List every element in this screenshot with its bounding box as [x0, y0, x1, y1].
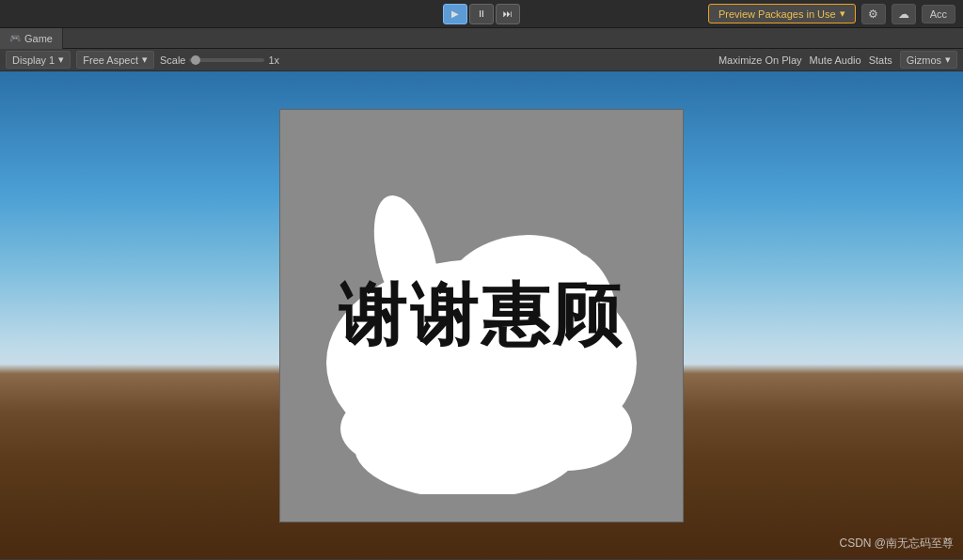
step-icon: ⏭: [503, 8, 513, 19]
aspect-dropdown[interactable]: Free Aspect ▾: [76, 51, 154, 69]
display-label: Display 1: [12, 54, 55, 66]
preview-dropdown-icon: ▾: [840, 8, 845, 20]
account-label: Acc: [930, 8, 947, 20]
game-view: 谢谢惠顾 CSDN @南无忘码至尊: [0, 71, 963, 559]
display-dropdown-icon: ▾: [58, 54, 64, 66]
scale-label: Scale: [160, 54, 186, 66]
game-tab-label: Game: [24, 33, 53, 44]
svg-point-7: [340, 391, 453, 466]
play-button[interactable]: ▶: [443, 4, 467, 24]
mute-audio-button[interactable]: Mute Audio: [810, 54, 861, 66]
canvas-panel: 谢谢惠顾: [279, 109, 684, 522]
gizmos-label: Gizmos: [907, 54, 941, 66]
stats-button[interactable]: Stats: [869, 54, 892, 66]
pause-icon: ⏸: [477, 8, 486, 19]
gear-icon: ⚙: [868, 8, 878, 21]
watermark-text: CSDN @南无忘码至尊: [839, 537, 954, 550]
chinese-text: 谢谢惠顾: [339, 271, 624, 361]
overlay-content: 谢谢惠顾: [303, 137, 660, 494]
play-icon: ▶: [451, 8, 459, 19]
gizmos-dropdown[interactable]: Gizmos ▾: [900, 51, 957, 69]
scale-slider[interactable]: [189, 58, 264, 62]
top-bar: ▶ ⏸ ⏭ Preview Packages in Use ▾ ⚙ ☁ Acc: [0, 0, 963, 28]
cloud-button[interactable]: ☁: [892, 4, 916, 24]
preview-packages-label: Preview Packages in Use: [718, 8, 836, 20]
pause-button[interactable]: ⏸: [469, 4, 494, 24]
scale-control: Scale 1x: [160, 54, 279, 66]
toolbar-right: Maximize On Play Mute Audio Stats Gizmos…: [718, 51, 957, 69]
tab-game[interactable]: 🎮 Game: [0, 28, 63, 49]
watermark: CSDN @南无忘码至尊: [839, 536, 954, 552]
aspect-label: Free Aspect: [83, 54, 138, 66]
scale-value: 1x: [268, 54, 279, 66]
maximize-on-play-button[interactable]: Maximize On Play: [718, 54, 802, 66]
account-button[interactable]: Acc: [922, 5, 955, 23]
preview-packages-button[interactable]: Preview Packages in Use ▾: [708, 4, 856, 23]
game-tab-icon: 🎮: [9, 33, 21, 43]
scale-thumb: [191, 55, 200, 65]
display-dropdown[interactable]: Display 1 ▾: [6, 51, 71, 69]
top-bar-right: Preview Packages in Use ▾ ⚙ ☁ Acc: [708, 4, 955, 24]
step-button[interactable]: ⏭: [496, 4, 520, 24]
svg-point-6: [500, 386, 632, 471]
settings-button[interactable]: ⚙: [861, 4, 886, 24]
aspect-dropdown-icon: ▾: [142, 54, 148, 66]
gizmos-dropdown-icon: ▾: [945, 54, 951, 66]
toolbar: Display 1 ▾ Free Aspect ▾ Scale 1x Maxim…: [0, 49, 963, 71]
cloud-icon: ☁: [898, 8, 909, 21]
tab-bar: 🎮 Game: [0, 28, 963, 49]
